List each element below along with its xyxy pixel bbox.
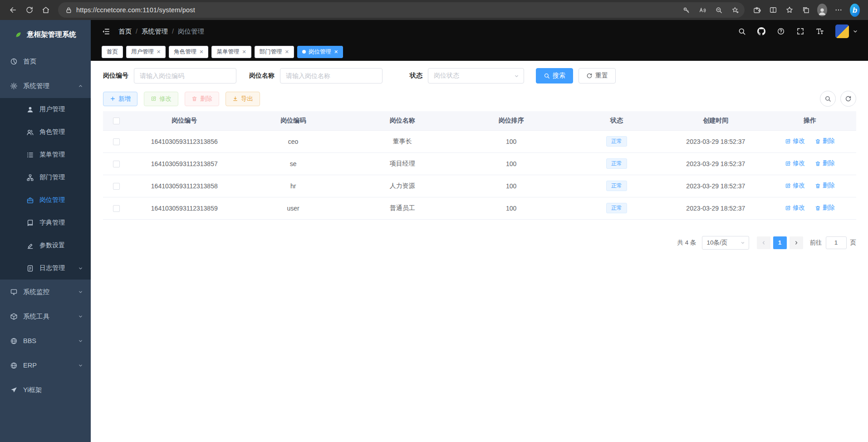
breadcrumb-separator <box>136 28 137 35</box>
user-avatar-menu[interactable] <box>835 25 858 38</box>
sidebar-item-menu-management[interactable]: 菜单管理 <box>0 143 91 166</box>
sidebar-item-log-management[interactable]: 日志管理 <box>0 257 91 280</box>
close-icon[interactable] <box>242 49 246 55</box>
main-content: 岗位编号 岗位名称 状态 岗位状态 搜索 重置 <box>91 61 868 442</box>
browser-refresh-button[interactable] <box>22 2 37 18</box>
site-info-lock-icon[interactable] <box>64 3 74 17</box>
row-checkbox[interactable] <box>113 161 120 167</box>
sidebar-item-dict-management[interactable]: 字典管理 <box>0 211 91 234</box>
sidebar-item-system-monitor[interactable]: 系统监控 <box>0 280 91 304</box>
header-search-icon[interactable] <box>738 27 746 35</box>
close-icon[interactable] <box>157 49 161 55</box>
browser-home-button[interactable] <box>38 2 54 18</box>
goto-page-input[interactable] <box>826 236 847 249</box>
row-checkbox[interactable] <box>113 205 120 212</box>
chevron-up-icon <box>78 83 83 89</box>
post-code-input[interactable] <box>134 68 236 83</box>
breadcrumb: 首页 系统管理 岗位管理 <box>118 27 204 36</box>
zoom-out-icon[interactable] <box>712 3 726 17</box>
edit-row-button[interactable]: 修改 <box>785 137 805 145</box>
status-select[interactable]: 岗位状态 <box>428 68 524 83</box>
next-page-button[interactable] <box>790 236 803 249</box>
toggle-search-button[interactable] <box>820 91 836 107</box>
github-icon[interactable] <box>757 27 765 35</box>
cell-post-code: ceo <box>239 130 348 152</box>
org-tree-icon <box>26 174 34 182</box>
prev-page-button[interactable] <box>757 236 770 249</box>
add-button[interactable]: 新增 <box>103 92 137 106</box>
tab-user-management[interactable]: 用户管理 <box>126 46 166 58</box>
sidebar-item-erp[interactable]: ERP <box>0 353 91 378</box>
topbar: 首页 系统管理 岗位管理 <box>91 20 868 61</box>
collections-icon[interactable] <box>798 2 814 18</box>
delete-row-button[interactable]: 删除 <box>815 159 835 167</box>
user-icon <box>26 106 34 113</box>
browser-back-button[interactable] <box>5 2 21 18</box>
sidebar-item-yi-framework[interactable]: Yi框架 <box>0 378 91 402</box>
pagination: 共 4 条 10条/页 1 前往 页 <box>103 236 856 250</box>
sidebar-item-param-settings[interactable]: 参数设置 <box>0 234 91 257</box>
row-checkbox[interactable] <box>113 138 120 145</box>
url-text[interactable]: https://ccnetcore.com:1101/system/post <box>76 6 195 14</box>
close-icon[interactable] <box>285 49 289 55</box>
page-number-1[interactable]: 1 <box>773 236 787 249</box>
close-icon[interactable] <box>199 49 203 55</box>
favorites-icon[interactable] <box>782 2 797 18</box>
edit-button[interactable]: 修改 <box>144 92 178 106</box>
sidebar-item-label: BBS <box>23 337 36 344</box>
bing-chat-icon[interactable] <box>847 2 863 18</box>
breadcrumb-system[interactable]: 系统管理 <box>142 27 168 36</box>
sidebar-item-bbs[interactable]: BBS <box>0 329 91 353</box>
breadcrumb-home[interactable]: 首页 <box>118 27 132 36</box>
extensions-icon[interactable] <box>749 2 765 18</box>
row-checkbox[interactable] <box>113 183 120 190</box>
delete-row-button[interactable]: 删除 <box>815 204 835 212</box>
post-name-input[interactable] <box>280 68 383 83</box>
address-bar[interactable]: https://ccnetcore.com:1101/system/post <box>58 2 745 18</box>
reset-button[interactable]: 重置 <box>579 68 616 83</box>
page-size-select[interactable]: 10条/页 <box>702 236 749 250</box>
password-key-icon[interactable] <box>679 3 693 17</box>
edit-row-button[interactable]: 修改 <box>785 182 805 190</box>
post-code-label: 岗位编号 <box>103 72 128 80</box>
sidebar-item-post-management[interactable]: 岗位管理 <box>0 189 91 211</box>
add-favorite-icon[interactable] <box>728 3 742 17</box>
read-aloud-icon[interactable] <box>696 3 709 17</box>
edit-row-button[interactable]: 修改 <box>785 204 805 212</box>
browser-profile-avatar[interactable] <box>814 2 830 18</box>
tab-role-management[interactable]: 角色管理 <box>169 46 208 58</box>
browser-more-icon[interactable] <box>831 2 846 18</box>
add-button-label: 新增 <box>118 95 131 103</box>
table-header-row: 岗位编号 岗位编码 岗位名称 岗位排序 状态 创建时间 操作 <box>103 111 856 130</box>
select-all-checkbox[interactable] <box>113 118 120 124</box>
breadcrumb-separator <box>172 28 174 35</box>
fullscreen-icon[interactable] <box>796 27 804 35</box>
edit-row-button[interactable]: 修改 <box>785 159 805 167</box>
sidebar-item-role-management[interactable]: 角色管理 <box>0 121 91 143</box>
help-icon[interactable] <box>777 27 785 35</box>
cell-created: 2023-03-29 18:52:37 <box>668 197 764 219</box>
tab-post-management[interactable]: 岗位管理 <box>297 46 343 58</box>
search-button[interactable]: 搜索 <box>536 68 573 83</box>
close-icon[interactable] <box>334 49 338 55</box>
tab-home[interactable]: 首页 <box>102 46 123 58</box>
tab-label: 部门管理 <box>260 48 282 56</box>
delete-button[interactable]: 删除 <box>185 92 219 106</box>
refresh-table-button[interactable] <box>840 91 856 107</box>
sidebar-item-user-management[interactable]: 用户管理 <box>0 98 91 121</box>
delete-row-button[interactable]: 删除 <box>815 182 835 190</box>
export-button[interactable]: 导出 <box>226 92 260 106</box>
delete-row-button[interactable]: 删除 <box>815 137 835 145</box>
sidebar-item-home[interactable]: 首页 <box>0 49 91 74</box>
sidebar-toggle-button[interactable] <box>102 27 110 36</box>
split-screen-icon[interactable] <box>765 2 781 18</box>
sidebar-item-system-management[interactable]: 系统管理 <box>0 74 91 98</box>
sidebar-item-system-tools[interactable]: 系统工具 <box>0 304 91 329</box>
tab-label: 岗位管理 <box>309 48 331 56</box>
text-size-icon[interactable] <box>816 27 824 35</box>
post-table: 岗位编号 岗位编码 岗位名称 岗位排序 状态 创建时间 操作 164103059… <box>103 111 856 220</box>
sidebar-item-dept-management[interactable]: 部门管理 <box>0 166 91 189</box>
tab-dept-management[interactable]: 部门管理 <box>255 46 294 58</box>
sidebar-item-label: 系统管理 <box>23 82 49 90</box>
tab-menu-management[interactable]: 菜单管理 <box>211 46 251 58</box>
